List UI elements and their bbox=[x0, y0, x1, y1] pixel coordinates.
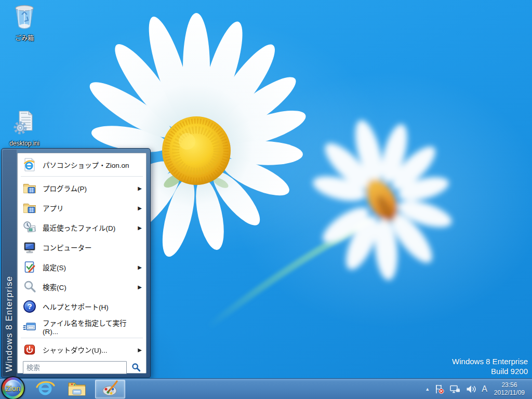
run-icon bbox=[23, 320, 36, 333]
paint-palette-icon bbox=[100, 380, 121, 398]
watermark-edition: Windows 8 Enterprise bbox=[452, 356, 528, 366]
ini-file-icon bbox=[12, 129, 36, 138]
clock-date: 2012/11/09 bbox=[494, 389, 525, 397]
menu-item-search[interactable]: 検索(C) ▶ bbox=[18, 277, 146, 297]
menu-item-apps[interactable]: アプリ ▶ bbox=[18, 198, 146, 218]
recycle-bin-desktop-icon[interactable]: ごみ箱 bbox=[4, 4, 45, 43]
submenu-arrow-icon: ▶ bbox=[138, 185, 142, 191]
recycle-bin-label: ごみ箱 bbox=[15, 33, 34, 42]
start-button[interactable]: Zion bbox=[1, 376, 25, 399]
action-center-flag-icon[interactable] bbox=[434, 384, 445, 394]
recent-files-icon bbox=[23, 221, 36, 234]
shutdown-icon bbox=[23, 343, 36, 356]
taskbar-paint-button[interactable] bbox=[95, 380, 125, 398]
taskbar-file-explorer-button[interactable] bbox=[63, 380, 90, 398]
menu-item-programs[interactable]: プログラム(P) ▶ bbox=[18, 178, 146, 198]
start-menu-sidebar: Windows 8 Enterprise bbox=[3, 150, 17, 376]
submenu-arrow-icon: ▶ bbox=[138, 347, 142, 353]
ie-page-icon bbox=[23, 158, 36, 171]
ime-language-indicator[interactable]: A bbox=[482, 384, 487, 394]
recycle-bin-icon bbox=[12, 23, 36, 32]
computer-icon bbox=[23, 241, 36, 254]
taskbar-internet-explorer-button[interactable] bbox=[32, 380, 58, 398]
watermark-build: Build 9200 bbox=[452, 366, 528, 376]
menu-item-label: シャットダウン(U)... bbox=[43, 344, 108, 355]
network-icon[interactable] bbox=[449, 384, 461, 394]
start-menu-sidebar-text: Windows 8 Enterprise bbox=[4, 276, 15, 372]
menu-item-settings[interactable]: 設定(S) ▶ bbox=[18, 257, 146, 277]
svg-text:?: ? bbox=[27, 302, 32, 311]
menu-separator bbox=[21, 176, 143, 177]
start-button-label: Zion bbox=[2, 377, 24, 399]
menu-item-label: コンピューター bbox=[43, 242, 92, 252]
help-icon: ? bbox=[23, 300, 36, 313]
menu-item-label: 最近使ったファイル(D) bbox=[43, 222, 115, 233]
menu-item-label: 検索(C) bbox=[43, 282, 66, 292]
menu-item-help[interactable]: ? ヘルプとサポート(H) bbox=[18, 297, 146, 316]
submenu-arrow-icon: ▶ bbox=[138, 225, 142, 231]
menu-item-recent-files[interactable]: 最近使ったファイル(D) ▶ bbox=[18, 218, 146, 237]
start-menu-panel: パソコンショップ・Zion.on プログラム(P) ▶ bbox=[17, 153, 147, 374]
menu-separator bbox=[21, 338, 143, 338]
menu-item-pinned-ie-link[interactable]: パソコンショップ・Zion.on bbox=[18, 155, 146, 175]
apps-folder-icon bbox=[23, 201, 36, 215]
file-explorer-icon bbox=[67, 380, 87, 398]
menu-item-label: ファイル名を指定して実行(R)... bbox=[43, 317, 142, 336]
menu-item-label: アプリ bbox=[43, 203, 64, 213]
volume-speaker-icon[interactable] bbox=[466, 384, 477, 394]
tray-overflow-chevron-icon[interactable]: ▲ bbox=[425, 387, 430, 392]
submenu-arrow-icon: ▶ bbox=[138, 284, 142, 290]
clock-time: 23:56 bbox=[494, 381, 525, 389]
desktop: ごみ箱 desktop.ini Windows 8 Enterprise Bui… bbox=[0, 0, 532, 399]
desktop-ini-label: desktop.ini bbox=[9, 140, 39, 147]
desktop-ini-desktop-icon[interactable]: desktop.ini bbox=[4, 110, 45, 148]
menu-item-label: ヘルプとサポート(H) bbox=[43, 301, 109, 312]
submenu-arrow-icon: ▶ bbox=[138, 264, 142, 270]
build-watermark: Windows 8 Enterprise Build 9200 bbox=[452, 356, 528, 376]
menu-item-label: パソコンショップ・Zion.on bbox=[43, 159, 129, 170]
menu-item-run[interactable]: ファイル名を指定して実行(R)... bbox=[18, 316, 146, 336]
taskbar: Zion bbox=[0, 378, 532, 399]
internet-explorer-icon bbox=[35, 379, 56, 399]
taskbar-clock[interactable]: 23:56 2012/11/09 bbox=[494, 381, 525, 397]
search-magnifier-icon bbox=[23, 280, 36, 294]
search-go-icon[interactable] bbox=[130, 362, 142, 373]
settings-icon bbox=[23, 260, 36, 274]
menu-item-computer[interactable]: コンピューター bbox=[18, 237, 146, 257]
menu-item-label: プログラム(P) bbox=[43, 183, 87, 193]
submenu-arrow-icon: ▶ bbox=[138, 205, 142, 211]
start-menu-search-input[interactable] bbox=[23, 361, 127, 374]
start-menu-search-row bbox=[18, 360, 146, 376]
start-menu: Windows 8 Enterprise パソコンショップ・Zion.on bbox=[1, 148, 151, 378]
system-tray: ▲ bbox=[425, 379, 532, 399]
programs-folder-icon bbox=[23, 181, 36, 195]
menu-item-shutdown[interactable]: シャットダウン(U)... ▶ bbox=[18, 340, 146, 360]
menu-item-label: 設定(S) bbox=[43, 262, 66, 272]
